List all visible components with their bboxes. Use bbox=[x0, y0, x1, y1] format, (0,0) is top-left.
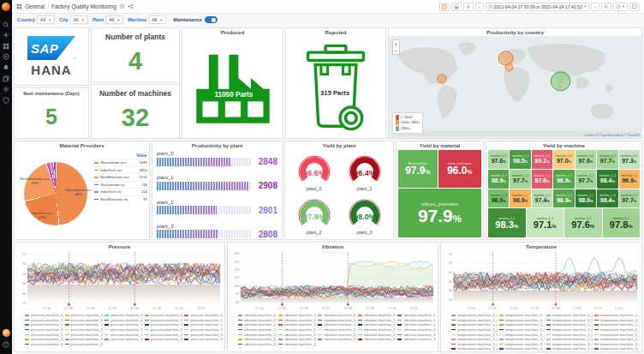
favorite-star-icon[interactable] bbox=[119, 3, 125, 9]
treemap-cell-silicon_premium[interactable]: silicon_premium97.9% bbox=[398, 189, 481, 237]
legend-item[interactable]: vibration-machine_3_4 bbox=[358, 337, 397, 342]
pie-chart[interactable]: Glassimium acc48%IndiaTech acc23%NextMat… bbox=[16, 150, 94, 237]
panel-title[interactable]: Vibration bbox=[228, 243, 438, 250]
treemap-cell-machine_2_2[interactable]: machine_2_298.0% bbox=[575, 189, 596, 208]
apps-icon[interactable] bbox=[2, 42, 10, 51]
map-marker-france[interactable] bbox=[505, 63, 513, 71]
time-back-button[interactable]: ‹ bbox=[475, 3, 484, 11]
pie-legend-item[interactable]: IndiaTech acc2804 bbox=[94, 166, 147, 174]
legend-item[interactable]: temperature-machine_3_4 bbox=[451, 346, 498, 351]
treemap-cell-machine_2_1[interactable]: machine_2_198.9% bbox=[553, 189, 574, 208]
map-marker-north-america[interactable] bbox=[438, 75, 447, 84]
world-map[interactable]: + − < 20002000–28002800+ Leaflet | © Ope… bbox=[389, 36, 641, 138]
compass-icon[interactable] bbox=[2, 52, 10, 61]
legend-item[interactable]: vibration-machine_3_3 bbox=[318, 337, 356, 342]
treemap-cell-machine_3_2[interactable]: machine_3_297.8% bbox=[603, 208, 641, 237]
legend-item[interactable]: temperature-machine_3_5 bbox=[499, 346, 546, 351]
treemap-cell-machine_0_3[interactable]: machine_0_397.0% bbox=[553, 150, 574, 169]
treemap-cell-machine_2_0[interactable]: machine_2_097.4% bbox=[532, 189, 552, 208]
save-dashboard-button[interactable] bbox=[451, 3, 462, 11]
kiosk-mode-button[interactable] bbox=[629, 3, 640, 11]
cog-icon[interactable] bbox=[2, 85, 10, 93]
treemap-cell-machine_2_5[interactable]: machine_2_598.3% bbox=[488, 208, 526, 237]
treemap-cell-machine_0_2[interactable]: machine_0_289.2% bbox=[532, 150, 552, 169]
panel-title[interactable]: Number of machines bbox=[92, 85, 179, 98]
filter-machine-label[interactable]: Machine bbox=[128, 17, 146, 22]
filter-country-label[interactable]: Country bbox=[17, 17, 35, 22]
treemap-cell-machine_1_4[interactable]: machine_1_498.4% bbox=[597, 170, 617, 189]
help-icon[interactable]: ? bbox=[2, 340, 10, 349]
filter-country-select[interactable]: All▼ bbox=[37, 15, 55, 24]
panel-title[interactable]: Yield by material bbox=[397, 141, 483, 149]
dashboard-settings-button[interactable] bbox=[463, 3, 474, 11]
apps-icon[interactable] bbox=[16, 3, 22, 9]
map-marker-uk[interactable] bbox=[498, 51, 513, 65]
legend-item[interactable]: pressure-machine_3_3 bbox=[104, 337, 143, 342]
legend-item[interactable]: temperature-machine_3_7 bbox=[594, 346, 641, 351]
treemap-cell-machine_1_5[interactable]: machine_1_596.9% bbox=[619, 170, 640, 189]
pie-legend-item[interactable]: Glassimium acc5495 bbox=[94, 159, 147, 166]
treemap-cell-machine_1_0[interactable]: machine_1_097.7% bbox=[510, 170, 530, 189]
legend-item[interactable]: pressure-machine_3_5 bbox=[184, 337, 223, 342]
filter-plant-select[interactable]: All▼ bbox=[105, 15, 123, 24]
add-panel-button[interactable] bbox=[439, 3, 450, 11]
treemap-cell-machine_0_7[interactable]: machine_0_798.9% bbox=[488, 170, 509, 189]
legend-item[interactable]: vibration-machine_3_5 bbox=[397, 337, 436, 342]
vibration-plot[interactable]: 140130120110100908017:3417:3517:3617:371… bbox=[230, 250, 436, 312]
treemap-cell-machine_1_1[interactable]: machine_1_187.6% bbox=[532, 170, 552, 189]
map-marker-india[interactable] bbox=[551, 72, 570, 91]
time-forward-button[interactable]: › bbox=[591, 3, 599, 11]
treemap-cell-machine_2_4[interactable]: machine_2_497.7% bbox=[619, 189, 640, 208]
zoom-out-time-button[interactable] bbox=[601, 3, 611, 11]
panel-title[interactable]: Next maintenance (Days) bbox=[15, 88, 88, 96]
panel-title[interactable]: Productivity by country bbox=[389, 28, 641, 36]
maintenance-toggle[interactable] bbox=[205, 16, 218, 23]
treemap-cell-machine_0_5[interactable]: machine_0_597.7% bbox=[597, 150, 617, 169]
legend-item[interactable]: vibration-machine_3_7 bbox=[278, 342, 317, 347]
legend-item[interactable]: pressure-machine_3_4 bbox=[145, 337, 183, 342]
panel-title[interactable]: Yield by plant bbox=[285, 141, 393, 149]
search-icon[interactable] bbox=[2, 21, 10, 29]
pie-legend-item[interactable]: NextMaterials rej97 bbox=[94, 195, 147, 203]
legend-item[interactable]: pressure-machine_3_6 bbox=[25, 342, 63, 347]
treemap-cell-machine_1_3[interactable]: machine_1_397.7% bbox=[575, 170, 596, 189]
treemap-cell-silicon_multi_layers[interactable]: silicon_multi_layers96.0% bbox=[438, 150, 481, 188]
panel-title[interactable]: Rejected bbox=[286, 28, 385, 36]
pie-legend-item[interactable]: IndiaTech rej104 bbox=[94, 188, 147, 195]
map-zoom-in-button[interactable]: + bbox=[393, 40, 399, 47]
legend-item[interactable]: pressure-machine_3_7 bbox=[65, 342, 104, 347]
refresh-button[interactable]: ▼ bbox=[613, 3, 628, 11]
panel-title[interactable]: Pressure bbox=[15, 243, 224, 250]
treemap-cell-machine_1_2[interactable]: machine_1_298.9% bbox=[553, 170, 574, 189]
pie-legend-item[interactable]: NextMaterials acc2721 bbox=[94, 173, 147, 181]
dashboard-title[interactable]: Factory Quality Monitoring bbox=[51, 3, 116, 9]
treemap-cell-machine_3_0[interactable]: machine_3_097.1% bbox=[527, 208, 564, 237]
panel-title[interactable]: Temperature bbox=[441, 243, 641, 250]
treemap-cell-machine_1_7[interactable]: machine_1_796.9% bbox=[510, 189, 530, 208]
filter-city-label[interactable]: City bbox=[59, 17, 68, 22]
filter-machine-select[interactable]: All▼ bbox=[148, 15, 166, 24]
user-avatar[interactable] bbox=[3, 329, 10, 337]
pie-legend-item[interactable]: Glassimium rej118 bbox=[94, 181, 147, 189]
grafana-logo-icon[interactable] bbox=[2, 3, 10, 11]
plus-icon[interactable] bbox=[2, 31, 10, 39]
legend-item[interactable]: vibration-machine_3_6 bbox=[238, 342, 277, 347]
shield-icon[interactable] bbox=[2, 96, 10, 105]
legend-item[interactable]: temperature-machine_3_6 bbox=[546, 346, 593, 351]
treemap-cell-machine_0_0[interactable]: machine_0_097.6% bbox=[488, 150, 509, 169]
treemap-cell-Monocrystalline[interactable]: Monocrystalline97.9% bbox=[398, 150, 438, 188]
share-icon[interactable] bbox=[128, 3, 134, 9]
pressure-plot[interactable]: 70605040302017:3417:3517:3617:3717:3817:… bbox=[16, 250, 223, 312]
time-range-picker[interactable]: 2021-04-24 17:33:09 to 2021-04-24 17:41:… bbox=[486, 3, 590, 11]
treemap-cell-machine_1_6[interactable]: machine_1_698.0% bbox=[488, 189, 509, 208]
panel-title[interactable]: Number of plants bbox=[92, 28, 179, 41]
treemap-cell-machine_3_1[interactable]: machine_3_197.6% bbox=[564, 208, 602, 237]
bell-icon[interactable] bbox=[2, 63, 10, 72]
copy-icon[interactable] bbox=[2, 75, 10, 83]
panel-title[interactable]: Material Providers bbox=[15, 141, 149, 149]
filter-city-select[interactable]: All▼ bbox=[70, 15, 88, 24]
panel-title[interactable]: Yield by machine bbox=[486, 141, 641, 149]
panel-title[interactable]: Productivity by plant bbox=[152, 141, 282, 149]
temperature-plot[interactable]: 65605550454017:3417:3517:3617:3717:3817:… bbox=[443, 250, 640, 312]
treemap-cell-machine_0_6[interactable]: machine_0_697.3% bbox=[619, 150, 640, 169]
